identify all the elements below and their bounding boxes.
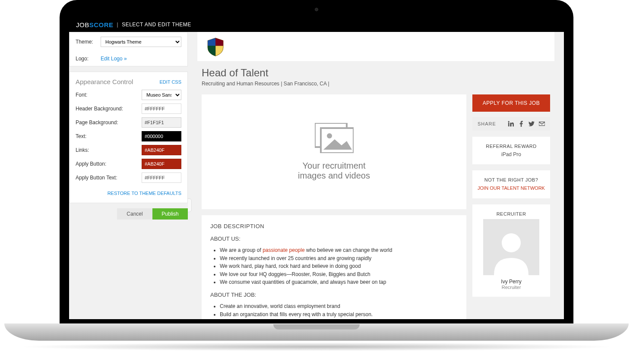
job-meta: Recruiting and Human Resources | San Fra…	[202, 81, 550, 87]
job-title: Head of Talent	[202, 67, 550, 79]
list-item: We love our four HQ doggies—Rooster, Ros…	[220, 270, 458, 279]
logo-part2: SCORE	[89, 21, 114, 28]
sidebar-splitter[interactable]	[188, 198, 192, 212]
recruiter-name: Ivy Perry	[477, 279, 546, 285]
laptop-notch	[273, 324, 360, 329]
media-line1: Your recruitment	[303, 161, 366, 171]
restore-row: RESTORE TO THEME DEFAULTS	[70, 185, 187, 203]
color-input[interactable]	[142, 131, 181, 141]
inline-link[interactable]: passionate people	[263, 247, 304, 253]
list-item: We work hard, play hard, rock hard and b…	[220, 262, 458, 270]
about-us-list: We are a group of passionate people who …	[210, 246, 458, 286]
laptop-shadow	[17, 342, 616, 351]
side-column: APPLY FOR THIS JOB SHARE REFERRAL REWARD	[472, 94, 550, 319]
sidebar-button-row: Cancel Publish	[69, 208, 188, 220]
media-placeholder: Your recruitment images and videos	[202, 94, 466, 209]
svg-point-2	[327, 133, 332, 138]
color-label: Apply Button:	[76, 161, 142, 167]
avatar-silhouette-icon	[490, 228, 533, 275]
svg-point-4	[508, 121, 510, 122]
linkedin-icon[interactable]	[508, 121, 514, 127]
main-column: Your recruitment images and videos JOB D…	[202, 94, 466, 319]
color-label: Text:	[76, 133, 142, 139]
theme-label: Theme:	[76, 39, 101, 45]
logo-label: Logo:	[76, 56, 101, 62]
publish-button[interactable]: Publish	[152, 208, 188, 220]
laptop-camera	[315, 8, 318, 11]
logo-part1: JOB	[76, 21, 89, 28]
not-right-job-card: NOT THE RIGHT JOB? JOIN OUR TALENT NETWO…	[472, 170, 550, 198]
font-label: Font:	[76, 92, 142, 98]
svg-point-5	[502, 233, 521, 252]
laptop-mockup: JOBSCORE | SELECT AND EDIT THEME Theme: …	[0, 0, 633, 364]
referral-value: iPad Pro	[477, 151, 546, 157]
referral-heading: REFERRAL REWARD	[477, 144, 546, 149]
about-job-heading: ABOUT THE JOB:	[210, 292, 458, 298]
company-crest-icon	[205, 36, 226, 57]
font-row: Font: Museo Sans	[70, 88, 187, 102]
list-item: Coach recruiters and hiring managers on …	[220, 318, 458, 319]
font-select[interactable]: Museo Sans	[142, 90, 181, 100]
share-box: SHARE	[472, 117, 550, 131]
talent-network-link[interactable]: JOIN OUR TALENT NETWORK	[477, 185, 546, 191]
theme-select[interactable]: Hogwarts Theme	[101, 37, 181, 47]
color-row: Apply Button:	[70, 157, 187, 171]
color-row: Apply Button Text:	[70, 171, 187, 185]
color-input[interactable]	[142, 173, 181, 183]
facebook-icon[interactable]	[518, 121, 524, 127]
job-description-heading: JOB DESCRIPTION	[210, 223, 458, 229]
color-row: Header Background:	[70, 102, 187, 116]
cancel-button[interactable]: Cancel	[117, 208, 152, 220]
color-row: Text:	[70, 129, 187, 143]
color-label: Header Background:	[76, 106, 142, 112]
edit-css-link[interactable]: EDIT CSS	[159, 79, 181, 85]
laptop-body: JOBSCORE | SELECT AND EDIT THEME Theme: …	[60, 0, 573, 327]
sidebar: Theme: Hogwarts Theme Logo: Edit Logo »	[69, 32, 188, 319]
list-item: Build an organization that fills every r…	[220, 311, 458, 319]
color-input[interactable]	[142, 145, 181, 155]
recruiter-avatar	[483, 219, 539, 275]
theme-panel: Theme: Hogwarts Theme Logo: Edit Logo »	[69, 32, 188, 66]
appearance-panel: Appearance Control EDIT CSS Font: Museo …	[69, 72, 188, 203]
restore-defaults-link[interactable]: RESTORE TO THEME DEFAULTS	[108, 191, 181, 196]
list-item: We are a group of passionate people who …	[220, 246, 458, 254]
color-rows: Header Background:Page Background:Text:L…	[70, 102, 187, 185]
list-item: We recently launched in over 25 countrie…	[220, 254, 458, 263]
email-icon[interactable]	[539, 121, 545, 127]
color-label: Page Background:	[76, 119, 142, 126]
color-row: Page Background:	[70, 116, 187, 129]
page-title: SELECT AND EDIT THEME	[122, 22, 191, 28]
referral-card: REFERRAL REWARD iPad Pro	[472, 137, 550, 164]
list-item: Create an innovative, world class employ…	[220, 302, 458, 311]
media-placeholder-icon	[315, 123, 354, 153]
header-divider: |	[117, 22, 119, 28]
edit-logo-link[interactable]: Edit Logo »	[101, 56, 127, 62]
theme-row: Theme: Hogwarts Theme	[70, 32, 187, 51]
job-description-card: JOB DESCRIPTION ABOUT US: We are a group…	[202, 215, 466, 319]
color-input[interactable]	[142, 159, 181, 169]
about-us-heading: ABOUT US:	[210, 235, 458, 242]
twitter-icon[interactable]	[529, 121, 535, 127]
color-input[interactable]	[142, 104, 181, 114]
recruiter-heading: RECRUITER	[477, 211, 546, 217]
title-block: Head of Talent Recruiting and Human Reso…	[197, 62, 554, 94]
preview-pane: Head of Talent Recruiting and Human Reso…	[188, 32, 564, 319]
app-screen: JOBSCORE | SELECT AND EDIT THEME Theme: …	[69, 17, 564, 319]
apply-button[interactable]: APPLY FOR THIS JOB	[472, 94, 550, 112]
color-label: Links:	[76, 147, 142, 153]
not-right-heading: NOT THE RIGHT JOB?	[477, 177, 546, 182]
color-label: Apply Button Text:	[76, 175, 142, 181]
list-item: We consume vast quantities of guacamole,…	[220, 278, 458, 286]
appearance-heading-row: Appearance Control EDIT CSS	[70, 72, 187, 88]
recruiter-role: Recruiter	[477, 285, 546, 290]
color-row: Links:	[70, 143, 187, 157]
content-columns: Your recruitment images and videos JOB D…	[197, 94, 554, 319]
share-label: SHARE	[478, 121, 496, 126]
preview-header-bar	[197, 32, 554, 62]
app-body: Theme: Hogwarts Theme Logo: Edit Logo »	[69, 32, 564, 319]
media-line2: images and videos	[298, 171, 370, 181]
svg-rect-3	[508, 122, 510, 126]
app-header: JOBSCORE | SELECT AND EDIT THEME	[69, 17, 564, 32]
about-job-list: Create an innovative, world class employ…	[210, 302, 458, 319]
color-input[interactable]	[142, 117, 181, 128]
